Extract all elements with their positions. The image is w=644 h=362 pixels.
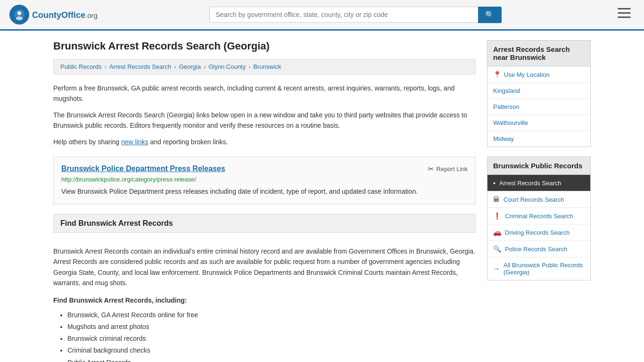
description-3-pre: Help others by sharing: [53, 138, 121, 146]
svg-point-2: [17, 11, 21, 15]
public-records-item-label[interactable]: Court Records Search: [504, 196, 564, 203]
link-block: Brunswick Police Department Press Releas…: [53, 156, 476, 205]
main-wrapper: Brunswick Arrest Records Search (Georgia…: [44, 31, 600, 362]
search-input[interactable]: [209, 7, 478, 23]
link-block-description: View Brunswick Police Department press r…: [61, 187, 468, 197]
breadcrumb-sep-4: ›: [248, 63, 250, 70]
find-section-text: Brunswick Arrest Records contain an indi…: [53, 246, 476, 288]
sidebar-nearby-title: Arrest Records Search near Brunswick: [487, 40, 591, 66]
find-list: Brunswick, GA Arrest Records online for …: [53, 309, 476, 362]
link-block-title-area: Brunswick Police Department Press Releas…: [61, 165, 225, 187]
link-block-title[interactable]: Brunswick Police Department Press Releas…: [61, 165, 225, 173]
public-records-item[interactable]: 🔍Police Records Search: [487, 241, 590, 257]
sidebar-public-records-title: Brunswick Public Records: [487, 156, 591, 175]
find-list-item: Criminal background checks: [67, 345, 476, 356]
nearby-locations-list: KingslandPattersonWalthourvilleMidway: [487, 83, 590, 147]
hamburger-menu-icon[interactable]: [614, 6, 635, 23]
sidebar-public-records-box: ▪Arrest Records Search🏛Court Records Sea…: [487, 175, 591, 280]
public-records-item-icon: →: [493, 265, 500, 272]
new-links-link[interactable]: new links: [121, 138, 149, 146]
search-button[interactable]: 🔍: [478, 7, 502, 23]
link-block-header: Brunswick Police Department Press Releas…: [61, 165, 468, 187]
breadcrumb: Public Records › Arrest Records Search ›…: [53, 59, 476, 74]
breadcrumb-public-records[interactable]: Public Records: [60, 63, 101, 70]
public-records-item-label[interactable]: Arrest Records Search: [499, 180, 561, 187]
nearby-location-item[interactable]: Midway: [487, 131, 590, 147]
public-records-item[interactable]: ❗Criminal Records Search: [487, 208, 590, 224]
description-2: The Brunswick Arrest Records Search (Geo…: [53, 110, 476, 131]
breadcrumb-glynn-county[interactable]: Glynn County: [208, 63, 246, 70]
report-link-button[interactable]: ✂ Report Link: [428, 165, 468, 173]
public-records-item-label[interactable]: Driving Records Search: [505, 229, 570, 236]
description-3: Help others by sharing new links and rep…: [53, 137, 476, 147]
link-block-url[interactable]: http://brunswickpolice.org/category/pres…: [61, 176, 225, 183]
svg-rect-6: [618, 16, 631, 18]
sidebar-nearby-box: 📍 Use My Location KingslandPattersonWalt…: [487, 66, 591, 147]
svg-rect-4: [618, 8, 631, 9]
breadcrumb-georgia[interactable]: Georgia: [179, 63, 201, 70]
breadcrumb-sep-2: ›: [174, 63, 176, 70]
description-1: Perform a free Brunswick, GA public arre…: [53, 83, 476, 104]
logo-area: CountyOffice.org: [9, 5, 98, 25]
header: CountyOffice.org 🔍: [0, 0, 644, 31]
find-section: Find Brunswick Arrest Records: [53, 214, 476, 233]
nearby-location-link[interactable]: Walthourville: [493, 119, 528, 126]
public-records-item-icon: 🔍: [493, 245, 501, 253]
report-link-label: Report Link: [437, 165, 468, 173]
description-3-post: and reporting broken links.: [149, 138, 228, 146]
nearby-location-link[interactable]: Midway: [493, 135, 514, 142]
find-list-item: Brunswick criminal records: [67, 333, 476, 345]
public-records-item-icon: 🚗: [493, 229, 501, 236]
find-section-title: Find Brunswick Arrest Records: [60, 219, 469, 228]
find-list-title: Find Brunswick Arrest Records, including…: [53, 295, 476, 305]
public-records-item-label[interactable]: Police Records Search: [505, 246, 567, 253]
public-records-item[interactable]: ▪Arrest Records Search: [487, 175, 590, 191]
sidebar: Arrest Records Search near Brunswick 📍 U…: [487, 40, 591, 362]
nearby-location-link[interactable]: Kingsland: [493, 87, 520, 94]
content-area: Brunswick Arrest Records Search (Georgia…: [53, 40, 476, 362]
location-icon: 📍: [493, 71, 501, 78]
svg-rect-5: [618, 12, 631, 14]
logo-text[interactable]: CountyOffice.org: [32, 9, 98, 20]
search-icon: 🔍: [485, 11, 495, 19]
logo-icon: [9, 5, 29, 25]
use-my-location[interactable]: 📍 Use My Location: [487, 66, 590, 83]
search-area: 🔍: [209, 7, 502, 23]
public-records-item-label[interactable]: Criminal Records Search: [505, 213, 573, 220]
public-records-item[interactable]: →All Brunswick Public Records (Georgia): [487, 257, 590, 280]
public-records-item-icon: ▪: [493, 179, 495, 187]
page-title: Brunswick Arrest Records Search (Georgia…: [53, 40, 476, 52]
public-records-item-icon: 🏛: [493, 196, 500, 203]
find-list-item: Mugshots and arrest photos: [67, 321, 476, 333]
nearby-location-item[interactable]: Kingsland: [487, 83, 590, 99]
breadcrumb-sep-3: ›: [204, 63, 206, 70]
nearby-location-item[interactable]: Patterson: [487, 99, 590, 115]
public-records-item-label[interactable]: All Brunswick Public Records (Georgia): [504, 262, 585, 276]
public-records-item-icon: ❗: [493, 212, 501, 220]
public-records-list: ▪Arrest Records Search🏛Court Records Sea…: [487, 175, 590, 280]
breadcrumb-sep-1: ›: [104, 63, 106, 70]
nearby-location-link[interactable]: Patterson: [493, 103, 520, 110]
nearby-location-item[interactable]: Walthourville: [487, 115, 590, 131]
find-section-body: Brunswick Arrest Records contain an indi…: [53, 233, 476, 362]
breadcrumb-brunswick[interactable]: Brunswick: [253, 63, 281, 70]
use-location-label: Use My Location: [504, 71, 550, 78]
breadcrumb-arrest-records-search[interactable]: Arrest Records Search: [109, 63, 172, 70]
report-link-icon: ✂: [428, 165, 434, 173]
public-records-item[interactable]: 🏛Court Records Search: [487, 191, 590, 208]
svg-point-3: [16, 16, 23, 20]
find-list-item: Brunswick, GA Arrest Records online for …: [67, 309, 476, 321]
public-records-item[interactable]: 🚗Driving Records Search: [487, 224, 590, 241]
find-list-item: Public Arrest Records: [67, 357, 476, 362]
